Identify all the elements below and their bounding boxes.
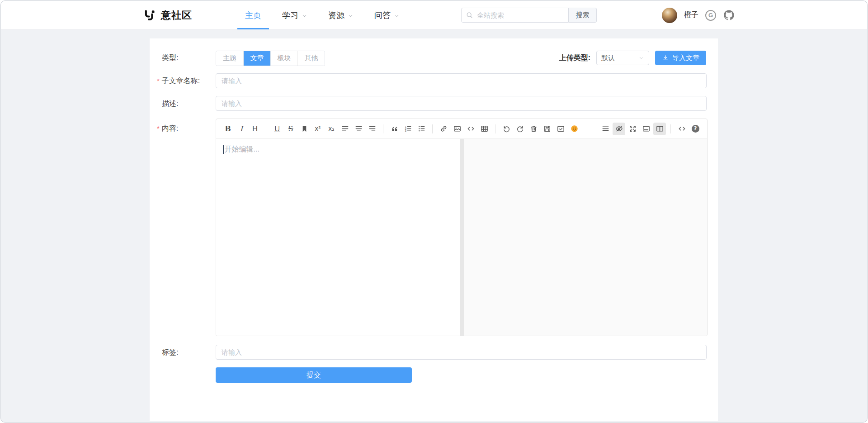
gitee-icon[interactable]: G [705,10,716,21]
ordered-list-icon[interactable]: 123 [401,123,414,135]
import-article-button[interactable]: 导入文章 [655,51,706,65]
tags-input[interactable] [216,345,707,360]
description-label: 描述: [162,96,178,111]
folder-check-icon[interactable] [554,123,567,135]
bold-icon[interactable]: B [222,123,234,135]
align-center-icon[interactable] [352,123,365,135]
github-icon[interactable] [723,9,735,21]
navbar: 意社区 主页学习资源问答 搜索 橙子 G [1,1,867,29]
type-option[interactable]: 板块 [270,51,297,66]
editor-placeholder: 开始编辑... [223,145,259,154]
nav-item-label: 资源 [328,10,344,21]
table-icon[interactable] [478,123,491,135]
window-icon[interactable] [640,123,652,135]
align-left-icon[interactable] [339,123,351,135]
sup-icon[interactable]: x² [311,123,324,135]
type-option[interactable]: 其他 [297,51,325,66]
nav-item[interactable]: 主页 [245,1,261,29]
fullscreen-icon[interactable] [626,123,639,135]
nav-item[interactable]: 资源 [328,1,354,29]
save-icon[interactable] [541,123,553,135]
toolbar-right-group: ? [599,123,702,135]
toolbar-left-group: BIHUSx²x₂123 [222,123,580,135]
submit-button[interactable]: 提交 [216,367,412,383]
upload-type-value: 默认 [601,54,615,62]
nav-item[interactable]: 问答 [374,1,400,29]
editor-panes: 开始编辑... [216,139,707,336]
download-icon [662,54,669,62]
redo-icon[interactable] [514,123,526,135]
code-icon[interactable] [464,123,477,135]
quote-icon[interactable] [388,123,401,135]
type-option[interactable]: 主题 [216,51,243,66]
underline-icon[interactable]: U [271,123,283,135]
chevron-down-icon [638,55,644,61]
search-icon [466,11,473,21]
form-card: 类型: 主题文章板块其他 上传类型: 默认 导入文章 子文章名称: 描述: 内容… [150,38,718,421]
toolbar-divider [266,124,266,133]
editor-preview-pane [464,139,707,336]
nav-item[interactable]: 学习 [282,1,307,29]
upload-type-label: 上传类型: [559,53,590,63]
help-icon[interactable]: ? [689,123,702,135]
emoji-icon[interactable] [568,123,580,135]
main-nav: 主页学习资源问答 [245,1,400,29]
avatar[interactable] [662,8,677,23]
image-icon[interactable] [451,123,463,135]
import-article-label: 导入文章 [672,54,699,62]
nav-item-label: 问答 [374,10,391,21]
type-option[interactable]: 文章 [243,51,270,66]
search-input[interactable] [461,8,569,23]
logo-icon [144,9,156,21]
pane-resize-handle[interactable] [460,139,464,336]
article-name-label: 子文章名称: [157,73,200,88]
nav-item-label: 学习 [282,10,298,21]
italic-icon[interactable]: I [235,123,248,135]
preview-toggle-icon[interactable] [613,123,625,135]
chevron-down-icon [302,13,307,19]
undo-icon[interactable] [500,123,513,135]
trash-icon[interactable] [527,123,540,135]
sub-icon[interactable]: x₂ [325,123,338,135]
unordered-list-icon[interactable] [415,123,428,135]
bookmark-icon[interactable] [298,123,311,135]
editor-input-pane[interactable]: 开始编辑... [216,139,460,336]
toolbar-divider [495,124,495,133]
search-button[interactable]: 搜索 [569,8,597,23]
type-label: 类型: [162,51,178,65]
heading-icon[interactable]: H [249,123,261,135]
article-name-input[interactable] [216,73,707,88]
search-box: 搜索 [461,8,597,23]
nav-item-label: 主页 [245,10,261,21]
toolbar-divider [383,124,383,133]
type-segmented: 主题文章板块其他 [216,51,325,66]
code-icon[interactable] [675,123,688,135]
logo-title: 意社区 [161,9,192,22]
strike-icon[interactable]: S [284,123,297,135]
username: 橙子 [684,10,698,20]
user-area: 橙子 G [662,1,735,29]
tags-label: 标签: [162,345,178,360]
menu-icon[interactable] [599,123,612,135]
logo[interactable]: 意社区 [144,1,192,29]
align-right-icon[interactable] [366,123,378,135]
chevron-down-icon [394,13,400,19]
markdown-editor: BIHUSx²x₂123 ? 开始编辑... [216,119,708,336]
link-icon[interactable] [437,123,450,135]
toolbar-divider [432,124,433,133]
upload-group: 上传类型: 默认 导入文章 [559,51,706,65]
chevron-down-icon [348,13,354,19]
content-label: 内容: [157,119,178,138]
svg-text:3: 3 [405,129,406,132]
split-icon[interactable] [653,123,666,135]
app-window: 意社区 主页学习资源问答 搜索 橙子 G 类型: 主题文章板块其他 上传类型: … [0,0,868,423]
description-input[interactable] [216,96,707,111]
editor-toolbar: BIHUSx²x₂123 ? [216,119,707,139]
toolbar-divider [670,124,671,133]
upload-type-select[interactable]: 默认 [596,51,649,65]
